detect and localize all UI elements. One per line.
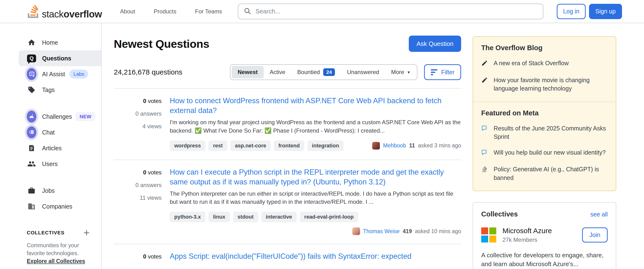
sidebar-item-label: Challenges bbox=[42, 113, 72, 120]
question-toolbar: 24,216,678 questions Newest Active Bount… bbox=[114, 64, 461, 80]
tab-bountied[interactable]: Bountied 24 bbox=[291, 66, 341, 78]
sidebar-item-companies[interactable]: Companies bbox=[19, 199, 101, 214]
question-title-link[interactable]: How can I execute a Python script in the… bbox=[170, 167, 461, 187]
tag[interactable]: stdout bbox=[233, 212, 258, 222]
sidebar-item-label: AI Assist bbox=[42, 71, 65, 78]
sidebar-item-questions[interactable]: Q Questions bbox=[19, 50, 101, 66]
jobs-icon bbox=[27, 187, 36, 195]
asked-time: asked 3 mins ago bbox=[418, 142, 461, 149]
sidebar-item-label: Chat bbox=[42, 129, 55, 136]
blog-item[interactable]: How your favorite movie is changing lang… bbox=[481, 76, 608, 93]
avatar[interactable] bbox=[372, 142, 380, 150]
meta-item[interactable]: Results of the June 2025 Community Asks … bbox=[481, 124, 608, 141]
tag[interactable]: frontend bbox=[274, 140, 304, 151]
search-icon bbox=[244, 7, 251, 16]
question-author: Mehboob 11 asked 3 mins ago bbox=[372, 142, 461, 150]
question-list: 0 votes 0 answers 4 views How to connect… bbox=[114, 88, 461, 269]
question-title-link[interactable]: How to connect WordPress frontend with A… bbox=[170, 96, 461, 115]
sidebar-item-users[interactable]: Users bbox=[19, 156, 101, 172]
question-stats: 0 votes 0 answers 4 views bbox=[114, 96, 162, 151]
add-collective-icon[interactable]: + bbox=[84, 230, 90, 236]
collectives-description: Communities for your favorite technologi… bbox=[27, 242, 96, 265]
labs-badge: Labs bbox=[69, 69, 88, 79]
stackoverflow-logo[interactable]: stackoverflow bbox=[27, 4, 102, 19]
explore-collectives-link[interactable]: Explore all Collectives bbox=[27, 258, 85, 264]
chat-icon bbox=[27, 126, 36, 138]
avatar[interactable] bbox=[352, 228, 360, 235]
search-input[interactable]: Search... bbox=[238, 3, 543, 19]
question-tags: python-3.x linux stdout interactive read… bbox=[170, 212, 358, 222]
search-placeholder: Search... bbox=[256, 8, 280, 15]
tab-unanswered[interactable]: Unanswered bbox=[341, 66, 385, 78]
tab-active[interactable]: Active bbox=[264, 66, 291, 78]
collective-members: 27k Members bbox=[502, 237, 552, 243]
author-name-link[interactable]: Mehboob bbox=[383, 142, 406, 149]
sidebar-item-articles[interactable]: Articles bbox=[19, 140, 101, 156]
home-icon bbox=[27, 38, 36, 47]
tag[interactable]: rest bbox=[208, 140, 227, 151]
left-sidebar: Home Q Questions AI Assist Labs Tags bbox=[0, 23, 102, 269]
tag[interactable]: wordpress bbox=[170, 140, 205, 151]
page-title: Newest Questions bbox=[114, 37, 209, 50]
sidebar-item-label: Users bbox=[42, 161, 58, 167]
sidebar-item-home[interactable]: Home bbox=[19, 35, 101, 50]
tag[interactable]: linux bbox=[208, 212, 230, 222]
nav-about[interactable]: About bbox=[120, 8, 135, 15]
question-count: 24,216,678 questions bbox=[114, 68, 182, 76]
new-badge: NEW bbox=[76, 112, 96, 121]
right-sidebar: The Overflow Blog A new era of Stack Ove… bbox=[472, 23, 616, 269]
sidebar-item-jobs[interactable]: Jobs bbox=[19, 183, 101, 199]
see-all-link[interactable]: see all bbox=[590, 211, 608, 218]
filter-tabs: Newest Active Bountied 24 Unanswered Mor… bbox=[230, 64, 418, 80]
sidebar-item-tags[interactable]: Tags bbox=[19, 82, 101, 98]
tag[interactable]: python-3.x bbox=[170, 212, 205, 222]
chevron-down-icon: ▾ bbox=[408, 69, 410, 75]
sidebar-item-ai-assist[interactable]: AI Assist Labs bbox=[19, 66, 101, 82]
sidebar-item-label: Jobs bbox=[42, 187, 55, 194]
signup-button[interactable]: Sign up bbox=[589, 4, 622, 19]
nav-products[interactable]: Products bbox=[154, 8, 176, 15]
top-nav: About Products For Teams bbox=[120, 8, 222, 15]
tab-newest[interactable]: Newest bbox=[232, 66, 264, 78]
join-button[interactable]: Join bbox=[582, 228, 608, 243]
tag[interactable]: asp.net-core bbox=[230, 140, 271, 151]
tab-more[interactable]: More ▾ bbox=[385, 66, 416, 78]
stackoverflow-logo-text: stackoverflow bbox=[42, 9, 102, 19]
blog-item[interactable]: A new era of Stack Overflow bbox=[481, 59, 608, 69]
filter-button[interactable]: Filter bbox=[424, 64, 461, 80]
companies-icon bbox=[27, 203, 36, 210]
meta-widget-title: Featured on Meta bbox=[481, 109, 608, 117]
comment-bubble-icon bbox=[481, 124, 488, 141]
tag[interactable]: read-eval-print-loop bbox=[300, 212, 358, 222]
collective-item: Microsoft Azure 27k Members Join bbox=[481, 227, 608, 243]
sidebar-item-label: Home bbox=[42, 39, 58, 46]
login-button[interactable]: Log in bbox=[557, 4, 586, 19]
question-row: 0 votes 0 answers 4 views How to connect… bbox=[114, 89, 461, 160]
tag[interactable]: integration bbox=[308, 140, 344, 151]
question-title-link[interactable]: Apps Script: eval(include("FilterUICode"… bbox=[170, 251, 461, 261]
question-author: Thomas Weise 419 asked 10 mins ago bbox=[170, 228, 461, 235]
sidebar-item-label: Questions bbox=[42, 55, 71, 62]
sidebar-item-label: Companies bbox=[42, 203, 72, 210]
author-name-link[interactable]: Thomas Weise bbox=[363, 228, 400, 235]
collective-name[interactable]: Microsoft Azure bbox=[502, 227, 552, 235]
users-icon bbox=[27, 160, 36, 168]
author-reputation: 11 bbox=[409, 142, 415, 149]
tag[interactable]: interactive bbox=[261, 212, 297, 222]
sidebar-group-gap bbox=[0, 98, 101, 109]
meta-item[interactable]: Will you help build our new visual ident… bbox=[481, 148, 608, 158]
sidebar-item-challenges[interactable]: Challenges NEW bbox=[19, 109, 101, 124]
ai-assist-icon bbox=[27, 68, 36, 80]
stackexchange-icon bbox=[481, 165, 488, 182]
meta-item[interactable]: Policy: Generative AI (e.g., ChatGPT) is… bbox=[481, 165, 608, 182]
pencil-icon bbox=[481, 59, 488, 69]
question-excerpt: The Python interpreter can be run either… bbox=[170, 190, 461, 206]
sidebar-item-chat[interactable]: Chat bbox=[19, 124, 101, 140]
bountied-count-badge: 24 bbox=[323, 68, 335, 76]
collectives-widget: Collectives see all Microsoft Azure 27k … bbox=[472, 202, 616, 269]
nav-for-teams[interactable]: For Teams bbox=[195, 8, 222, 15]
collectives-widget-title: Collectives bbox=[481, 210, 518, 218]
filter-icon bbox=[431, 69, 438, 75]
tags-icon bbox=[27, 86, 36, 94]
ask-question-button[interactable]: Ask Question bbox=[409, 36, 461, 52]
